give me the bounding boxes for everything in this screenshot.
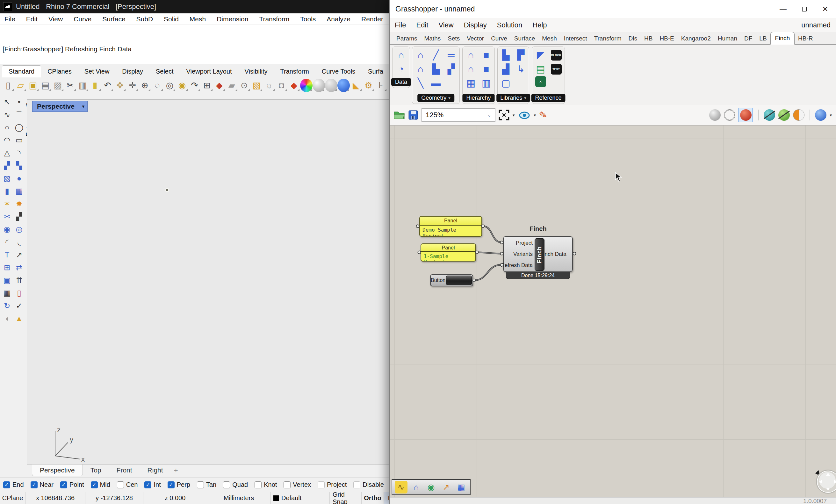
- menu-tools[interactable]: Tools: [300, 15, 316, 23]
- split-tool-icon[interactable]: ▞: [13, 210, 25, 223]
- explode-tool-icon[interactable]: ✶: [1, 197, 13, 210]
- lamp-icon[interactable]: ☼: [263, 79, 275, 92]
- curved-surface-icon[interactable]: ▚: [13, 159, 25, 172]
- osnap-cen[interactable]: Cen: [117, 481, 138, 488]
- path-icon[interactable]: ↳: [514, 62, 528, 76]
- zoom-window-icon[interactable]: ◎: [164, 79, 176, 92]
- gh-menu-edit[interactable]: Edit: [416, 21, 428, 29]
- palette-group-label[interactable]: Data: [391, 78, 411, 86]
- properties-icon[interactable]: ▨: [52, 79, 64, 92]
- finch-input-variants[interactable]: Variants: [513, 251, 533, 257]
- lock-icon[interactable]: ◘: [275, 79, 288, 92]
- new-file-icon[interactable]: ▯: [2, 79, 14, 92]
- osnap-checkbox[interactable]: [284, 481, 290, 488]
- open-file-icon[interactable]: [394, 110, 405, 120]
- scribble-widget-icon[interactable]: ∿: [395, 481, 407, 493]
- status-grid-snap[interactable]: Grid Snap: [330, 492, 362, 504]
- finch-output-finch-data[interactable]: Finch Data: [536, 251, 570, 257]
- gh-menu-display[interactable]: Display: [464, 21, 487, 29]
- status-units[interactable]: Millimeters: [207, 492, 271, 504]
- house-icon[interactable]: ⌂: [464, 48, 478, 62]
- menu-transform[interactable]: Transform: [259, 15, 289, 23]
- finch-input-grip-refresh[interactable]: [500, 263, 504, 267]
- menu-subd[interactable]: SubD: [136, 15, 153, 23]
- cylinder-tool-icon[interactable]: ▮: [1, 185, 13, 197]
- viewport-tab-front[interactable]: Front: [109, 465, 140, 476]
- building-info-icon[interactable]: ⌂: [394, 48, 408, 62]
- menu-mesh[interactable]: Mesh: [190, 15, 206, 23]
- polygon-tool-icon[interactable]: △: [1, 147, 13, 159]
- status-layer[interactable]: Default: [271, 492, 330, 504]
- save-file-icon[interactable]: [408, 110, 418, 120]
- tube-tool-icon[interactable]: ◖: [1, 312, 13, 325]
- tab-maths[interactable]: Maths: [421, 33, 444, 44]
- render-icon[interactable]: ◆: [288, 79, 300, 92]
- custom-preview-icon[interactable]: [793, 109, 804, 121]
- point-tool-icon[interactable]: •: [13, 96, 25, 108]
- menu-view[interactable]: View: [49, 15, 63, 23]
- plot-icon[interactable]: ■: [479, 48, 493, 62]
- box-tool-icon[interactable]: ▧: [1, 172, 13, 185]
- close-button[interactable]: ✕: [815, 0, 836, 18]
- menu-surface[interactable]: Surface: [102, 15, 125, 23]
- hand-up-icon[interactable]: ▟: [499, 62, 513, 76]
- color-wheel-icon[interactable]: [300, 79, 312, 92]
- annotate-icon[interactable]: ▧: [250, 79, 263, 92]
- open-file-icon[interactable]: ▱: [14, 79, 27, 92]
- osnap-project[interactable]: Project: [318, 481, 347, 488]
- zoom-icon[interactable]: ⊕: [138, 79, 151, 92]
- plot-up-icon[interactable]: ■: [479, 62, 493, 76]
- select-cursor-icon[interactable]: ↖: [1, 96, 13, 108]
- wireframe-preview-icon[interactable]: [724, 109, 735, 121]
- toolbar-tab-visibility[interactable]: Visibility: [238, 65, 274, 77]
- osnap-point[interactable]: ✓Point: [60, 481, 84, 488]
- toolbar-tab-viewport-layout[interactable]: Viewport Layout: [180, 65, 238, 77]
- house-up-icon[interactable]: ⌂: [464, 62, 478, 76]
- menu-curve[interactable]: Curve: [74, 15, 92, 23]
- viewport-title-tab[interactable]: Perspective ▼: [32, 101, 88, 112]
- finch-arrow-icon[interactable]: ◤: [534, 48, 548, 62]
- sphere-tool-icon[interactable]: ●: [13, 172, 25, 185]
- car-icon[interactable]: ◆: [213, 79, 226, 92]
- panel-value[interactable]: 1-Sample Variant: [421, 252, 475, 261]
- preview-dropdown-icon[interactable]: ▾: [534, 113, 536, 118]
- panel-output-grip[interactable]: [481, 225, 485, 228]
- osnap-near[interactable]: ✓Near: [31, 481, 54, 488]
- osnap-end[interactable]: ✓End: [3, 481, 24, 488]
- tab-surface[interactable]: Surface: [511, 33, 538, 44]
- viewport-dropdown-icon[interactable]: ▼: [79, 101, 87, 112]
- panel-input-grip[interactable]: [416, 225, 420, 228]
- gh-menu-file[interactable]: File: [395, 21, 406, 29]
- shaded-sphere-icon[interactable]: [312, 79, 325, 92]
- orient-tool-icon[interactable]: ↻: [1, 299, 13, 312]
- plane-icon[interactable]: ▬: [429, 76, 443, 90]
- osnap-quad[interactable]: Quad: [223, 481, 248, 488]
- shaded-preview-selected[interactable]: [739, 108, 753, 122]
- toolbar-tab-transform[interactable]: Transform: [274, 65, 315, 77]
- only-draw-selected-icon[interactable]: [764, 109, 775, 121]
- settings-gears-icon[interactable]: ⚙: [362, 79, 375, 92]
- gh-menu-help[interactable]: Help: [532, 21, 547, 29]
- sheet-icon[interactable]: ▤: [534, 62, 548, 76]
- move-tool-icon[interactable]: ↗: [13, 249, 25, 261]
- menu-dimension[interactable]: Dimension: [217, 15, 248, 23]
- panel-input-grip[interactable]: [418, 251, 421, 254]
- document-preview-icon[interactable]: [778, 109, 790, 121]
- osnap-checkbox[interactable]: ✓: [60, 481, 67, 488]
- no-preview-icon[interactable]: [709, 109, 721, 121]
- polyline-tool-icon[interactable]: ∿: [1, 108, 13, 121]
- button-face[interactable]: [446, 276, 472, 285]
- blocks-widget-icon[interactable]: ▦: [455, 481, 468, 493]
- zoom-extents-icon[interactable]: [499, 110, 510, 120]
- viewport-tab-top[interactable]: Top: [83, 465, 109, 476]
- preview-widget-icon[interactable]: ◉: [425, 481, 437, 493]
- house-widget-icon[interactable]: ⌂: [410, 481, 422, 493]
- canvas-compass-widget[interactable]: [810, 464, 836, 496]
- align-tool-icon[interactable]: ⇄: [13, 261, 25, 274]
- zoom-dynamic-icon[interactable]: ◌: [151, 79, 164, 92]
- toolbar-tab-set-view[interactable]: Set View: [78, 65, 116, 77]
- rotate-view-icon[interactable]: ✛: [126, 79, 138, 92]
- profiler-widget-icon[interactable]: ↗: [440, 481, 452, 493]
- status-cplane[interactable]: CPlane: [0, 492, 25, 504]
- circle-tool-icon[interactable]: ○: [1, 121, 13, 134]
